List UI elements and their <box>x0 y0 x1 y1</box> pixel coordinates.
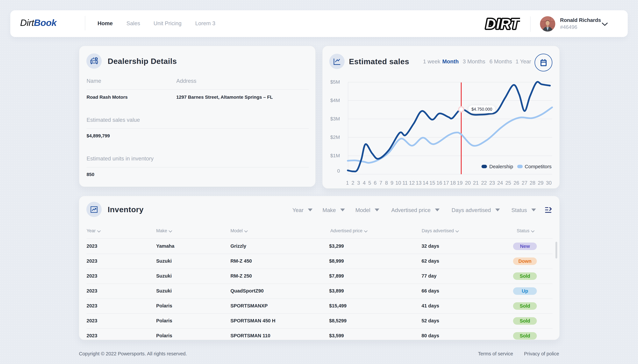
svg-text:Competitors: Competitors <box>525 164 552 169</box>
svg-text:Dealership: Dealership <box>489 164 513 169</box>
svg-text:$4.750.000: $4.750.000 <box>471 107 492 112</box>
